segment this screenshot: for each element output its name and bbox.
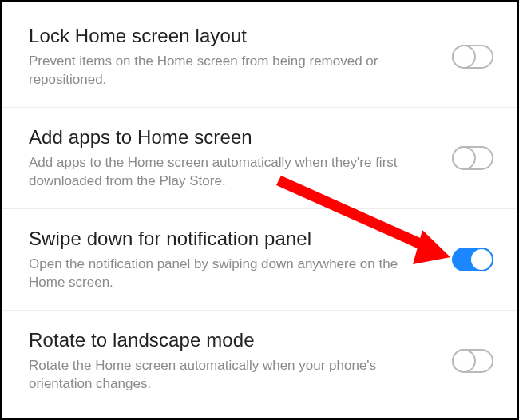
settings-list: Lock Home screen layout Prevent items on… [2,2,517,411]
setting-row-add-apps[interactable]: Add apps to Home screen Add apps to the … [2,108,517,209]
setting-row-rotate[interactable]: Rotate to landscape mode Rotate the Home… [2,311,517,411]
setting-title: Rotate to landscape mode [29,328,436,352]
setting-desc: Prevent items on the Home screen from be… [29,53,436,89]
setting-desc: Add apps to the Home screen automaticall… [29,154,436,191]
setting-title: Add apps to Home screen [29,125,436,149]
toggle-lock-home[interactable] [452,45,493,69]
toggle-thumb [469,248,493,271]
setting-text: Swipe down for notification panel Open t… [29,227,452,292]
setting-title: Swipe down for notification panel [29,227,436,251]
toggle-thumb [452,45,476,69]
toggle-add-apps[interactable] [452,146,493,170]
setting-desc: Rotate the Home screen automatically whe… [29,357,436,394]
setting-row-swipe-notification[interactable]: Swipe down for notification panel Open t… [2,209,517,311]
setting-text: Lock Home screen layout Prevent items on… [29,24,452,89]
setting-desc: Open the notification panel by swiping d… [29,256,436,292]
setting-row-lock-home[interactable]: Lock Home screen layout Prevent items on… [2,6,517,108]
toggle-thumb [452,349,476,373]
toggle-thumb [452,146,476,170]
setting-title: Lock Home screen layout [29,24,436,48]
setting-text: Add apps to Home screen Add apps to the … [29,125,452,191]
toggle-swipe-notification[interactable] [452,248,493,271]
toggle-rotate[interactable] [452,349,493,373]
setting-text: Rotate to landscape mode Rotate the Home… [29,328,452,394]
